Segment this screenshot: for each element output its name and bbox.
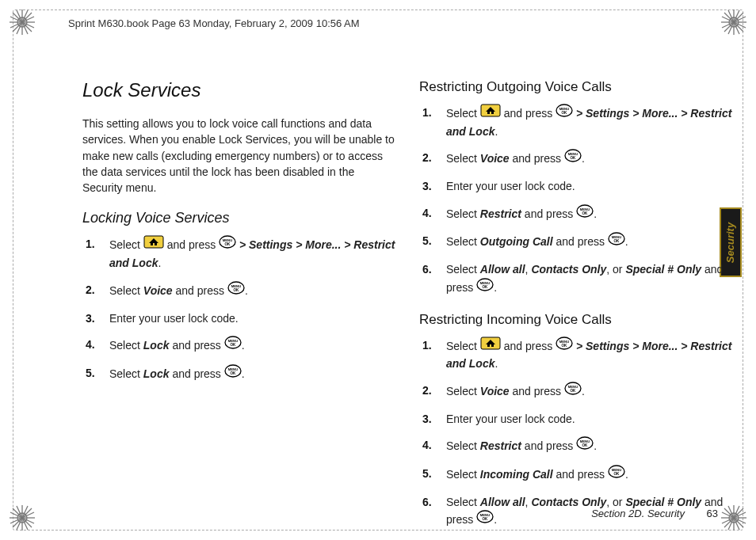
menu-ok-key-icon: [576, 204, 594, 223]
menu-ok-key-icon: [556, 104, 573, 123]
step: Select and press > Settings > More... > …: [441, 105, 732, 140]
page-body: Lock Services This setting allows you to…: [82, 79, 732, 496]
section-title: Lock Services: [82, 79, 395, 101]
menu-ok-key-icon: [608, 465, 625, 484]
header-metadata: Sprint M630.book Page 63 Monday, Februar…: [68, 17, 360, 29]
step: Select Voice and press .: [441, 150, 732, 169]
menu-ok-key-icon: [608, 232, 625, 251]
steps-outgoing: Select and press > Settings > More... > …: [419, 105, 732, 298]
step: Select Lock and press .: [105, 337, 395, 356]
subsection-locking-voice: Locking Voice Services: [82, 210, 395, 226]
step: Select Lock and press .: [105, 365, 395, 384]
home-key-icon: [480, 337, 501, 356]
menu-ok-key-icon: [576, 436, 594, 455]
crop-mark-icon: [718, 6, 750, 38]
menu-ok-key-icon: [564, 382, 582, 401]
steps-incoming: Select and press > Settings > More... > …: [419, 337, 732, 530]
menu-ok-key-icon: [476, 278, 494, 297]
step: Select Incoming Call and press .: [441, 466, 732, 485]
crop-mark-icon: [6, 6, 38, 38]
steps-locking-voice: Select and press > Settings > More... > …: [82, 236, 395, 383]
menu-ok-key-icon: [227, 281, 245, 300]
step: Select Restrict and press .: [441, 437, 732, 456]
step: Enter your user lock code.: [105, 310, 395, 328]
column-left: Lock Services This setting allows you to…: [82, 79, 395, 496]
subsection-restrict-outgoing: Restricting Outgoing Voice Calls: [419, 79, 732, 95]
home-key-icon: [143, 235, 164, 254]
menu-ok-key-icon: [476, 510, 494, 529]
menu-ok-key-icon: [564, 149, 582, 168]
step: Enter your user lock code.: [441, 411, 732, 428]
subsection-restrict-incoming: Restricting Incoming Voice Calls: [419, 312, 732, 328]
menu-ok-key-icon: [219, 235, 236, 254]
step: Select and press > Settings > More... > …: [441, 337, 732, 373]
home-key-icon: [480, 104, 501, 123]
footer-section: Section 2D. Security: [591, 508, 685, 519]
menu-ok-key-icon: [556, 337, 573, 356]
step: Select Outgoing Call and press .: [441, 233, 732, 252]
step: Select and press > Settings > More... > …: [105, 236, 395, 272]
menu-ok-key-icon: [224, 364, 242, 383]
step: Select Allow all, Contacts Only, or Spec…: [441, 261, 732, 297]
crop-mark-icon: [6, 502, 38, 534]
page-footer: Section 2D. Security 63: [591, 508, 718, 519]
column-right: Restricting Outgoing Voice Calls Select …: [419, 79, 732, 496]
intro-paragraph: This setting allows you to lock voice ca…: [82, 116, 395, 196]
page-number: 63: [707, 508, 718, 519]
step: Select Voice and press .: [441, 382, 732, 401]
step: Select Restrict and press .: [441, 205, 732, 224]
step: Enter your user lock code.: [441, 178, 732, 196]
step: Select Voice and press .: [105, 282, 395, 301]
menu-ok-key-icon: [224, 336, 242, 355]
